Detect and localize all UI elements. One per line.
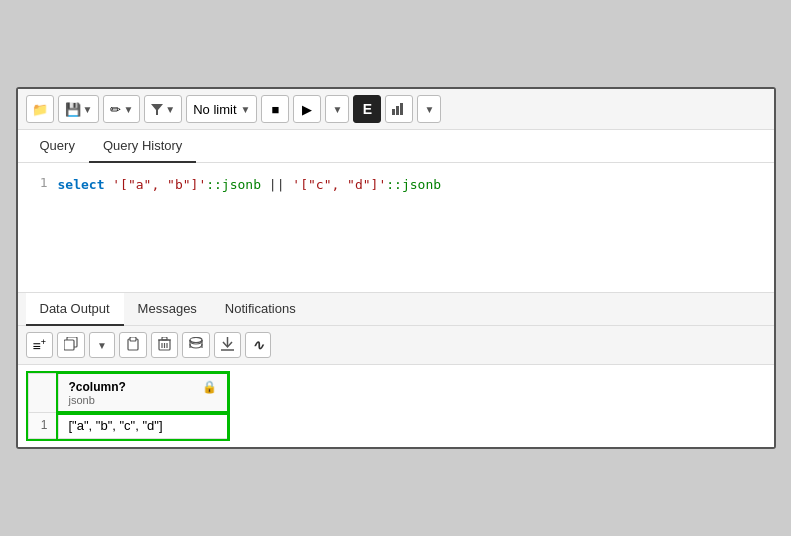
svg-rect-2 <box>396 106 399 115</box>
tab-messages[interactable]: Messages <box>124 293 211 326</box>
svg-marker-0 <box>151 104 163 115</box>
table-row: 1 ["a", "b", "c", "d"] <box>28 413 227 439</box>
run-dropdown-button[interactable]: ▼ <box>325 95 349 123</box>
download-button[interactable] <box>214 332 241 358</box>
result-toolbar: ≡+ ▼ <box>18 326 774 365</box>
paste-button[interactable] <box>119 332 147 358</box>
run-button[interactable]: ▶ <box>293 95 321 123</box>
copy-chevron-icon: ▼ <box>97 340 107 351</box>
delete-icon <box>158 337 171 354</box>
tab-notifications[interactable]: Notifications <box>211 293 310 326</box>
filter-button[interactable]: ▼ <box>144 95 182 123</box>
svg-rect-3 <box>400 103 403 115</box>
add-row-button[interactable]: ≡+ <box>26 332 53 358</box>
graph-button[interactable]: ∿ <box>245 332 271 358</box>
stop-icon: ■ <box>272 102 280 117</box>
cell-col1-row1[interactable]: ["a", "b", "c", "d"] <box>58 413 227 439</box>
explain-button[interactable]: E <box>353 95 381 123</box>
tab-data-output[interactable]: Data Output <box>26 293 124 326</box>
main-window: 📁 💾 ▼ ✏ ▼ ▼ No limit ▼ ■ ▶ ▼ E <box>16 87 776 449</box>
save-button[interactable]: 💾 ▼ <box>58 95 100 123</box>
row-number-1: 1 <box>28 413 58 439</box>
limit-label: No limit <box>193 102 236 117</box>
run-chevron-icon: ▼ <box>332 104 342 115</box>
data-table-area: ?column? jsonb 🔒 1 ["a", "b", "c", "d"] <box>18 365 774 447</box>
cast-1: ::jsonb <box>206 177 261 192</box>
paste-icon <box>126 337 140 354</box>
more-button[interactable]: ▼ <box>417 95 441 123</box>
table-wrapper: ?column? jsonb 🔒 1 ["a", "b", "c", "d"] <box>18 365 774 447</box>
download-icon <box>221 337 234 354</box>
main-toolbar: 📁 💾 ▼ ✏ ▼ ▼ No limit ▼ ■ ▶ ▼ E <box>18 89 774 130</box>
copy-icon <box>64 337 78 354</box>
code-line-1: select '["a", "b"]'::jsonb || '["c", "d"… <box>58 175 774 196</box>
keyword-select: select <box>58 177 105 192</box>
edit-button[interactable]: ✏ ▼ <box>103 95 140 123</box>
filter-chevron-icon: ▼ <box>165 104 175 115</box>
limit-dropdown[interactable]: No limit ▼ <box>186 95 257 123</box>
save-chevron-icon: ▼ <box>83 104 93 115</box>
filter-icon <box>151 103 163 115</box>
wave-icon: ∿ <box>252 337 264 353</box>
code-editor[interactable]: 1 select '["a", "b"]'::jsonb || '["c", "… <box>18 163 774 293</box>
db-button[interactable] <box>182 332 210 358</box>
delete-button[interactable] <box>151 332 178 358</box>
tab-query[interactable]: Query <box>26 130 89 163</box>
stop-button[interactable]: ■ <box>261 95 289 123</box>
string-1: '["a", "b"]' <box>112 177 206 192</box>
play-icon: ▶ <box>302 102 312 117</box>
op-or: || <box>269 177 292 192</box>
code-content[interactable]: select '["a", "b"]'::jsonb || '["c", "d"… <box>58 173 774 282</box>
copy-dropdown-button[interactable]: ▼ <box>89 332 115 358</box>
more-chevron-icon: ▼ <box>424 104 434 115</box>
svg-rect-10 <box>162 337 167 340</box>
line-number-1: 1 <box>18 175 48 190</box>
svg-rect-7 <box>130 337 136 341</box>
cast-2: ::jsonb <box>386 177 441 192</box>
col-type: jsonb <box>69 394 126 406</box>
copy-button[interactable] <box>57 332 85 358</box>
col-name: ?column? <box>69 380 126 394</box>
query-tabs-bar: Query Query History <box>18 130 774 163</box>
svg-point-14 <box>190 337 202 342</box>
tab-query-history[interactable]: Query History <box>89 130 196 163</box>
result-tabs-bar: Data Output Messages Notifications <box>18 293 774 326</box>
lock-icon: 🔒 <box>202 380 217 394</box>
result-table: ?column? jsonb 🔒 1 ["a", "b", "c", "d"] <box>28 373 228 439</box>
svg-rect-5 <box>64 340 74 350</box>
edit-chevron-icon: ▼ <box>123 104 133 115</box>
open-folder-button[interactable]: 📁 <box>26 95 54 123</box>
line-numbers: 1 <box>18 173 58 282</box>
limit-chevron-icon: ▼ <box>241 104 251 115</box>
string-2: '["c", "d"]' <box>292 177 386 192</box>
row-num-header <box>28 374 58 413</box>
add-row-icon: ≡+ <box>33 337 46 354</box>
svg-rect-1 <box>392 109 395 115</box>
chart-button[interactable] <box>385 95 413 123</box>
db-icon <box>189 337 203 354</box>
chart-icon <box>392 103 406 115</box>
col-header-column: ?column? jsonb 🔒 <box>58 374 227 413</box>
